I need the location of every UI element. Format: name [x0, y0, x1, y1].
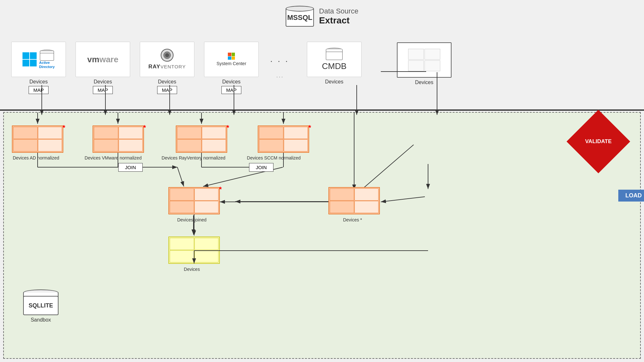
- validate-text: VALIDATE: [585, 138, 612, 145]
- sqllite-text: SQLLITE: [29, 302, 53, 309]
- cmdb-logo: CMDB: [322, 48, 347, 71]
- win-q2: [30, 52, 37, 59]
- vmware-norm-label: Devices VMware normalized: [78, 155, 148, 160]
- source-card-wrapper-cmdb: CMDB Devices: [302, 42, 366, 85]
- sandbox-devices-box: [168, 237, 220, 264]
- windows-icon: [22, 52, 37, 66]
- bottom-section: * Devices AD normalized * Devices VMware…: [3, 112, 641, 359]
- datasource-title: Extract: [319, 15, 358, 26]
- ad-card-content: ActiveDirectory: [22, 50, 55, 69]
- source-card-vmware: vmware: [76, 42, 130, 77]
- ad-norm-box: *: [12, 125, 63, 153]
- ad-map-box[interactable]: MAP: [29, 86, 49, 94]
- source-card-cmdb: CMDB: [307, 42, 362, 77]
- devices-joined-box: *: [168, 187, 220, 214]
- sqllite-container: SQLLITE Sandbox: [23, 289, 58, 323]
- ad-db-sm: [40, 50, 54, 61]
- source-card-syscenter: System Center: [204, 42, 259, 77]
- sccm-norm-label: Devices SCCM normalized: [242, 155, 306, 160]
- validate-diamond: VALIDATE: [567, 110, 630, 173]
- datasource-text: Data Source Extract: [319, 7, 358, 26]
- devices-star-box: [328, 187, 380, 214]
- datasource-container: MSSQL Data Source Extract: [286, 6, 358, 27]
- grid-devices-label: Devices: [415, 80, 434, 85]
- source-card-ray: RAYVENTORY: [140, 42, 194, 77]
- ray-devices-label: Devices: [158, 79, 176, 85]
- svg-point-1: [165, 53, 169, 57]
- vmware-devices-label: Devices: [94, 79, 112, 85]
- source-card-ad: ActiveDirectory: [11, 42, 66, 77]
- ray-norm-asterisk: *: [226, 124, 229, 132]
- cmdb-devices-label: Devices: [325, 79, 344, 85]
- svg-line-23: [381, 197, 425, 202]
- source-card-wrapper-syscenter: System Center Devices MAP: [199, 42, 264, 94]
- ad-norm-asterisk: *: [62, 124, 65, 132]
- ad-text: ActiveDirectory: [39, 61, 55, 69]
- source-card-wrapper-grid: Devices: [392, 42, 456, 85]
- mssql-label: MSSQL: [287, 13, 312, 22]
- ray-icon-svg: [163, 51, 171, 59]
- mssql-cyl-top: [286, 6, 314, 12]
- ad-norm-label: Devices AD normalized: [4, 155, 68, 160]
- ms-logo-small: [228, 53, 235, 60]
- ray-text: RAYVENTORY: [148, 64, 186, 70]
- vmware-logo: vmware: [87, 55, 119, 65]
- vmware-norm-box: *: [93, 125, 144, 153]
- validate-diamond-container: VALIDATE: [576, 119, 621, 164]
- source-card-wrapper-ray: RAYVENTORY Devices MAP: [135, 42, 199, 94]
- svg-line-17: [177, 167, 184, 186]
- win-q3: [22, 60, 29, 66]
- ray-norm-label: Devices RayVentory normalized: [155, 155, 232, 160]
- ray-logo: RAYVENTORY: [148, 49, 186, 70]
- ray-norm-box: *: [176, 125, 227, 153]
- devices-final-label: Devices: [161, 267, 222, 272]
- join-box-left: JOIN: [118, 163, 143, 172]
- grid-card-content: [408, 49, 440, 71]
- sandbox-label: Sandbox: [31, 317, 51, 323]
- sccm-norm-box: *: [258, 125, 309, 153]
- dots-separator-1: . . . . . .: [264, 42, 296, 78]
- top-section: MSSQL Data Source Extract: [0, 0, 644, 111]
- ray-map-box[interactable]: MAP: [157, 86, 177, 94]
- syscenter-content: System Center: [217, 53, 246, 66]
- devices-joined-label: Devices joined: [161, 217, 222, 222]
- sqllite-cylinder: SQLLITE: [23, 289, 58, 315]
- load-button[interactable]: LOAD: [618, 190, 644, 202]
- cmdb-text: CMDB: [322, 61, 347, 71]
- devices-star-label: Devices *: [322, 217, 383, 222]
- sccm-norm-asterisk: *: [308, 124, 311, 132]
- ray-icon: [161, 49, 174, 62]
- vmware-norm-asterisk: *: [143, 124, 146, 132]
- joined-asterisk: *: [219, 185, 222, 194]
- sql-cyl-body: SQLLITE: [23, 296, 58, 315]
- ad-devices-label: Devices: [30, 79, 48, 85]
- syscenter-text: System Center: [217, 61, 246, 66]
- join-box-right: JOIN: [249, 163, 273, 172]
- mssql-cylinder: MSSQL: [286, 6, 314, 27]
- source-card-wrapper-vmware: vmware Devices MAP: [71, 42, 135, 94]
- ad-db-icon: ActiveDirectory: [39, 50, 55, 69]
- source-card-wrapper-ad: ActiveDirectory Devices MAP: [6, 42, 71, 94]
- syscenter-map-box[interactable]: MAP: [221, 86, 242, 94]
- source-cards-row: ActiveDirectory Devices MAP vmware Devic…: [6, 42, 638, 94]
- source-card-grid: [397, 42, 452, 78]
- win-q4: [30, 60, 37, 66]
- win-q1: [22, 52, 29, 59]
- cmdb-db-icon: [326, 48, 343, 60]
- datasource-label: Data Source: [319, 7, 358, 15]
- syscenter-devices-label: Devices: [222, 79, 241, 85]
- vmware-map-box[interactable]: MAP: [93, 86, 113, 94]
- dots-text-1: . . .: [270, 55, 289, 64]
